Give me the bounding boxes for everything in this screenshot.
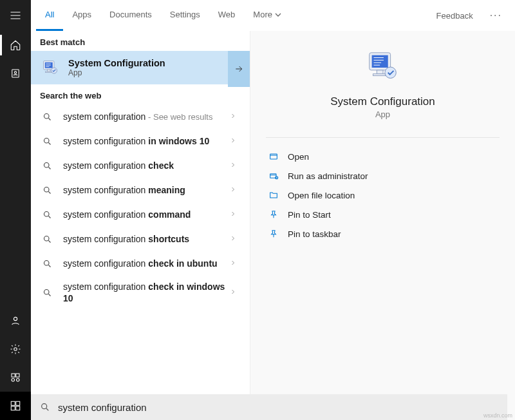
chevron-right-icon — [229, 160, 241, 171]
search-icon — [40, 210, 54, 220]
svg-rect-15 — [46, 72, 53, 73]
svg-point-21 — [44, 211, 49, 216]
search-icon — [40, 112, 54, 122]
tab-documents[interactable]: Documents — [100, 0, 161, 31]
svg-rect-4 — [12, 374, 15, 377]
watermark: wsxdn.com — [483, 412, 512, 419]
action-pin-start[interactable]: Pin to Start — [258, 205, 507, 224]
tab-settings[interactable]: Settings — [161, 0, 209, 31]
svg-point-29 — [384, 67, 395, 78]
rail-recent[interactable] — [0, 59, 31, 88]
chevron-right-icon — [229, 209, 241, 220]
chevron-down-icon — [275, 12, 281, 18]
best-match-sub: App — [68, 68, 241, 77]
chevron-right-icon — [229, 135, 241, 147]
web-result-text: system configuration meaning — [63, 184, 229, 196]
web-result-text: system configuration check in ubuntu — [63, 258, 229, 269]
rail-settings[interactable] — [0, 335, 31, 363]
search-bar[interactable] — [31, 394, 507, 420]
web-result-text: system configuration in windows 10 — [63, 135, 229, 147]
action-pin-taskbar[interactable]: Pin to taskbar — [258, 224, 507, 243]
web-result[interactable]: system configuration check — [31, 153, 250, 178]
web-result[interactable]: system configuration in windows 10 — [31, 129, 250, 153]
best-match-item[interactable]: System Configuration App — [31, 51, 250, 84]
feedback-link[interactable]: Feedback — [427, 0, 482, 31]
svg-point-3 — [14, 348, 17, 351]
svg-point-20 — [44, 187, 49, 192]
search-icon — [40, 259, 54, 269]
web-result[interactable]: system configuration command — [31, 202, 250, 227]
tab-apps[interactable]: Apps — [63, 0, 100, 31]
msconfig-icon — [40, 57, 61, 78]
best-match-expand[interactable] — [228, 51, 250, 87]
svg-point-6 — [12, 379, 15, 382]
search-icon — [40, 402, 50, 412]
svg-rect-30 — [270, 154, 277, 159]
svg-point-24 — [44, 289, 49, 294]
search-icon — [40, 186, 54, 195]
rail-account[interactable] — [0, 307, 31, 335]
filter-tabs: All Apps Documents Settings Web More Fee… — [31, 0, 515, 31]
svg-rect-28 — [373, 74, 386, 76]
start-button[interactable] — [0, 392, 31, 420]
options-ellipsis[interactable]: ··· — [482, 0, 510, 31]
web-result[interactable]: system configuration check in ubuntu — [31, 251, 250, 276]
search-icon — [40, 288, 54, 298]
pin-icon — [266, 229, 281, 239]
chevron-right-icon — [229, 287, 241, 298]
best-match-title: System Configuration — [68, 58, 241, 68]
svg-rect-27 — [377, 70, 383, 74]
taskbar-rail — [0, 0, 31, 420]
web-result-text: system configuration check — [63, 160, 229, 171]
web-result[interactable]: system configuration shortcuts — [31, 227, 250, 251]
svg-rect-9 — [16, 401, 20, 405]
search-icon — [40, 234, 54, 244]
rail-people[interactable] — [0, 363, 31, 392]
action-open-location[interactable]: Open file location — [258, 186, 507, 205]
svg-point-19 — [44, 162, 49, 167]
chevron-right-icon — [229, 111, 241, 122]
tab-web[interactable]: Web — [209, 0, 245, 31]
svg-rect-5 — [16, 374, 19, 377]
menu-icon[interactable] — [0, 0, 31, 31]
svg-point-22 — [44, 236, 49, 241]
search-input[interactable] — [58, 402, 498, 413]
svg-rect-11 — [16, 406, 20, 410]
svg-point-18 — [44, 138, 49, 143]
details-title: System Configuration — [330, 95, 435, 108]
rail-home[interactable] — [0, 31, 31, 59]
svg-rect-8 — [11, 401, 15, 405]
tab-more[interactable]: More — [244, 0, 290, 31]
pin-icon — [266, 209, 281, 220]
details-sub: App — [375, 110, 390, 119]
tab-all[interactable]: All — [36, 0, 63, 31]
web-result[interactable]: system configuration meaning — [31, 178, 250, 202]
svg-point-33 — [42, 404, 47, 409]
web-result-text: system configuration shortcuts — [63, 233, 229, 245]
svg-rect-26 — [371, 55, 388, 68]
web-result-text: system configuration - See web results — [63, 111, 229, 123]
web-result[interactable]: system configuration check in windows 10 — [31, 276, 250, 309]
chevron-right-icon — [229, 233, 241, 245]
folder-icon — [266, 190, 281, 200]
details-pane: System Configuration App Open Run as adm… — [250, 31, 515, 420]
search-web-header: Search the web — [31, 84, 250, 104]
web-result[interactable]: system configuration - See web results — [31, 104, 250, 129]
search-panel: All Apps Documents Settings Web More Fee… — [31, 0, 515, 420]
svg-point-7 — [17, 379, 20, 382]
action-open[interactable]: Open — [258, 147, 507, 166]
svg-point-17 — [44, 113, 49, 119]
web-result-text: system configuration check in windows 10 — [63, 281, 229, 304]
web-result-text: system configuration command — [63, 209, 229, 220]
admin-icon — [266, 171, 281, 181]
svg-point-23 — [44, 260, 49, 265]
details-app-icon — [364, 49, 402, 86]
svg-rect-14 — [48, 70, 51, 72]
open-icon — [266, 151, 281, 162]
svg-point-2 — [14, 317, 17, 320]
action-run-admin[interactable]: Run as administrator — [258, 166, 507, 186]
divider — [266, 137, 500, 138]
best-match-header: Best match — [31, 31, 250, 51]
svg-point-1 — [14, 72, 16, 73]
svg-rect-10 — [11, 406, 15, 410]
